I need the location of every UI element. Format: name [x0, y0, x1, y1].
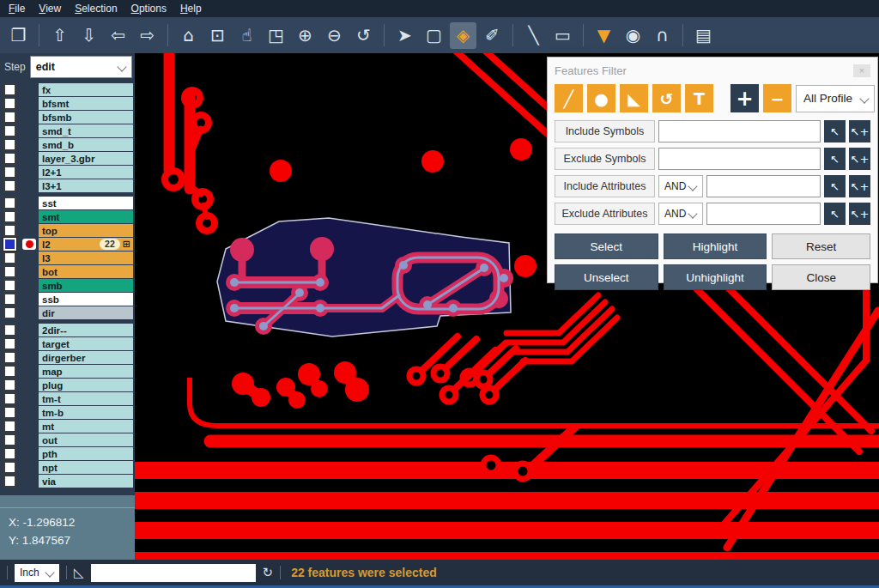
layer-label[interactable]: out [39, 433, 133, 446]
layer-label[interactable]: tm-t [39, 392, 133, 405]
layer-label[interactable]: dirgerber [39, 351, 133, 364]
pick-from-canvas-button[interactable]: ↖ [824, 203, 846, 225]
layer-visibility-checkbox[interactable] [3, 306, 16, 319]
layer-visibility-checkbox[interactable] [3, 447, 16, 460]
layer-label[interactable]: via [39, 475, 133, 488]
layer-row-out[interactable]: out [0, 433, 135, 446]
layer-row-ssb[interactable]: ssb [0, 293, 135, 306]
layer-visibility-checkbox[interactable] [3, 265, 16, 278]
brush-icon[interactable]: ✐ [479, 22, 506, 49]
layer-visibility-checkbox[interactable] [3, 138, 16, 151]
close-button[interactable]: Close [772, 264, 870, 290]
menu-help[interactable]: Help [180, 3, 202, 15]
step-select[interactable]: edit [30, 56, 132, 78]
layer-label[interactable]: smb [39, 279, 133, 292]
pan-left-icon[interactable]: ⇦ [105, 22, 131, 49]
layer-visibility-checkbox[interactable] [3, 197, 16, 209]
layer-visibility-checkbox[interactable] [3, 324, 16, 336]
unit-select[interactable]: Inch [15, 564, 59, 582]
feature-type-arc-button[interactable]: ↺ [652, 84, 681, 112]
layer-row-layer_3.gbr[interactable]: layer_3.gbr [0, 152, 135, 165]
ruler-icon[interactable]: ▭ [549, 22, 576, 49]
include-attributes-input[interactable] [706, 175, 821, 197]
layer-row-bfsmb[interactable]: bfsmb [0, 111, 135, 124]
unhighlight-button[interactable]: Unhighlight [664, 264, 767, 290]
pan-down-icon[interactable]: ⇩ [76, 22, 102, 49]
layer-label[interactable]: map [39, 365, 133, 378]
remove-filter-button[interactable]: − [763, 84, 791, 112]
zoom-in-icon[interactable]: ⊕ [292, 22, 318, 49]
pick-from-canvas-button[interactable]: ↖ [824, 148, 846, 170]
menu-selection[interactable]: Selection [75, 3, 117, 15]
pick-from-canvas-button[interactable]: ↖ [824, 120, 846, 142]
layer-label[interactable]: tm-b [39, 406, 133, 419]
layer-label[interactable]: smt [39, 210, 133, 223]
exclude-symbols-input[interactable] [658, 148, 821, 170]
layer-visibility-checkbox[interactable] [3, 337, 16, 350]
profile-select[interactable]: All Profile [796, 85, 875, 112]
layer-row-2dir--[interactable]: 2dir-- [0, 324, 135, 336]
features-filter-icon[interactable]: ▼ [591, 22, 617, 49]
pan-right-icon[interactable]: ⇨ [134, 22, 161, 49]
layer-visibility-checkbox[interactable] [3, 152, 16, 165]
pick-add-from-canvas-button[interactable]: ↖+ [849, 120, 870, 142]
layer-row-l2+1[interactable]: l2+1 [0, 166, 135, 179]
layer-visibility-checkbox[interactable] [3, 252, 16, 264]
layer-row-npt[interactable]: npt [0, 461, 135, 474]
pan-up-icon[interactable]: ⇧ [46, 22, 73, 49]
command-input[interactable] [91, 564, 256, 582]
layer-visibility-checkbox[interactable] [3, 293, 16, 306]
refresh-icon[interactable]: ↻ [263, 565, 274, 580]
layer-row-tm-t[interactable]: tm-t [0, 392, 135, 405]
layer-label[interactable]: bot [39, 265, 133, 278]
layer-visibility-checkbox[interactable] [3, 379, 16, 391]
layer-label[interactable]: l3+1 [39, 179, 133, 192]
layer-visibility-checkbox[interactable] [3, 365, 16, 378]
layer-visibility-checkbox[interactable] [3, 392, 16, 405]
pick-add-from-canvas-button[interactable]: ↖+ [849, 203, 870, 225]
pick-add-from-canvas-button[interactable]: ↖+ [849, 175, 870, 197]
layer-row-bfsmt[interactable]: bfsmt [0, 97, 135, 110]
layer-visibility-checkbox[interactable] [3, 238, 16, 251]
highlight-button[interactable]: Highlight [664, 233, 767, 259]
layer-label[interactable]: bfsmt [39, 97, 133, 110]
exclude-symbols-label[interactable]: Exclude Symbols [555, 148, 655, 170]
layer-label[interactable]: dir [39, 306, 133, 319]
layer-visibility-checkbox[interactable] [3, 420, 16, 433]
close-icon[interactable]: × [853, 64, 870, 77]
layer-row-dir[interactable]: dir [0, 306, 135, 319]
layer-label[interactable]: sst [39, 197, 133, 209]
layer-row-via[interactable]: via [0, 475, 135, 488]
layer-visibility-checkbox[interactable] [3, 461, 16, 474]
layer-label[interactable]: smd_b [39, 138, 133, 151]
layer-visibility-checkbox[interactable] [3, 475, 16, 488]
layer-label[interactable]: target [39, 337, 133, 350]
layer-visibility-checkbox[interactable] [3, 124, 16, 137]
select-button[interactable]: Select [555, 233, 658, 259]
zoom-out-icon[interactable]: ⊖ [321, 22, 348, 49]
layer-row-smb[interactable]: smb [0, 279, 135, 292]
zoom-window-icon[interactable]: ⊡ [204, 22, 231, 49]
net-query-icon[interactable]: ∩ [649, 22, 676, 49]
layer-row-plug[interactable]: plug [0, 379, 135, 391]
polygon-select-icon[interactable]: ◈ [450, 22, 476, 49]
reset-button[interactable]: Reset [772, 233, 870, 259]
layer-row-tm-b[interactable]: tm-b [0, 406, 135, 419]
layer-visibility-checkbox[interactable] [3, 433, 16, 446]
layer-table-icon[interactable]: ⊞ [123, 239, 130, 250]
operator-select[interactable]: AND [658, 175, 703, 197]
exclude-attributes-label[interactable]: Exclude Attributes [555, 203, 655, 225]
layer-label[interactable]: mt [39, 420, 133, 433]
select-cursor-icon[interactable]: ➤ [391, 22, 418, 49]
zoom-selection-icon[interactable]: ◳ [263, 22, 289, 49]
menu-view[interactable]: View [39, 3, 61, 15]
include-symbols-label[interactable]: Include Symbols [555, 120, 655, 142]
layer-label[interactable]: l222⊞ [39, 238, 133, 251]
layer-label[interactable]: fx [39, 83, 133, 96]
layer-visibility-checkbox[interactable] [3, 97, 16, 110]
layer-row-smd_t[interactable]: smd_t [0, 124, 135, 137]
layer-row-bot[interactable]: bot [0, 265, 135, 278]
layer-row-smt[interactable]: smt [0, 210, 135, 223]
layer-label[interactable]: top [39, 224, 133, 237]
layer-row-map[interactable]: map [0, 365, 135, 378]
